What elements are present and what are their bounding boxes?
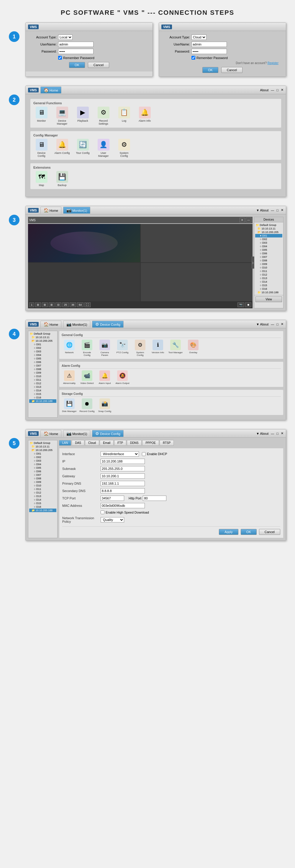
enable-dhcp-checkbox[interactable] xyxy=(142,452,146,456)
tab-monitor-dc[interactable]: 📷Monitor(1) xyxy=(63,321,90,328)
layout-2x2[interactable]: ⊞ xyxy=(35,303,41,307)
monitor-close-btn[interactable]: ✕ xyxy=(239,218,245,222)
secondary-dns-input[interactable] xyxy=(101,488,145,494)
dc-d03[interactable]: ○ D03 xyxy=(29,350,56,353)
close-btn[interactable]: ✕ xyxy=(281,88,284,92)
net-tree-2[interactable]: 📂 10.10.200.205 xyxy=(29,448,56,452)
video-cell-2[interactable] xyxy=(141,224,253,262)
net-cancel-button[interactable]: Cancel xyxy=(259,529,280,535)
cfg-system[interactable]: ⚙ System Config xyxy=(132,340,148,356)
close-btn-dc[interactable]: ✕ xyxy=(281,322,284,326)
layout-64[interactable]: 64 xyxy=(77,303,84,307)
dc-d15[interactable]: ○ D15 xyxy=(29,392,56,396)
net-d09[interactable]: ○ D09 xyxy=(29,480,56,484)
tree-d07[interactable]: ○ D07 xyxy=(255,255,282,259)
dc-tree-188[interactable]: 📁 10.10.200.188 xyxy=(29,399,56,403)
dc-d09[interactable]: ○ D09 xyxy=(29,371,56,374)
close-btn-net[interactable]: ✕ xyxy=(281,432,284,435)
dc-d07[interactable]: ○ D07 xyxy=(29,364,56,367)
tree-d05[interactable]: ○ D05 xyxy=(255,248,282,252)
tree-d16[interactable]: ○ D16 xyxy=(255,287,282,290)
icon-alarm-config[interactable]: 🔔 Alarm Config xyxy=(54,139,70,157)
net-tab-email[interactable]: Email xyxy=(100,440,113,446)
ip-input[interactable] xyxy=(101,459,145,464)
cfg-aoutput[interactable]: 🔕 Alarm Output xyxy=(115,370,130,384)
account-type-select-local[interactable]: Local xyxy=(58,35,72,40)
tab-home-mon[interactable]: 🏠Home xyxy=(40,207,61,214)
net-d01[interactable]: ○ D01 xyxy=(29,452,56,456)
net-tree-default[interactable]: 📁 Default Group xyxy=(29,441,56,445)
username-input-local[interactable] xyxy=(58,42,94,47)
dc-d13[interactable]: ○ D13 xyxy=(29,385,56,389)
cfg-vdetect[interactable]: 📹 Video Detect xyxy=(79,370,95,384)
net-tab-das[interactable]: DAS xyxy=(72,440,85,446)
net-d10[interactable]: ○ D10 xyxy=(29,484,56,487)
icon-device-manager[interactable]: 💻 Device Manager xyxy=(54,106,70,125)
http-port-input[interactable] xyxy=(143,496,166,501)
dc-d12[interactable]: ○ D12 xyxy=(29,381,56,385)
icon-playback[interactable]: ▶ Playback xyxy=(75,106,91,125)
net-d03[interactable]: ○ D03 xyxy=(29,459,56,463)
high-speed-checkbox[interactable] xyxy=(101,510,104,514)
maximize-btn-net[interactable]: □ xyxy=(276,432,278,435)
cfg-snap[interactable]: 📸 Snap Config xyxy=(97,398,112,412)
video-cell-1[interactable] xyxy=(28,224,140,262)
cloud-ok-button[interactable]: OK xyxy=(202,67,218,73)
dc-d14[interactable]: ○ D14 xyxy=(29,389,56,392)
cfg-disk[interactable]: 💾 Disk Manager xyxy=(62,398,77,412)
remember-checkbox-local[interactable] xyxy=(58,56,62,60)
cfg-rconfig[interactable]: ⏺ Record Config xyxy=(79,398,95,412)
net-d06[interactable]: ○ D06 xyxy=(29,470,56,473)
minimize-btn-dc[interactable]: — xyxy=(271,322,274,326)
tcp-port-input[interactable] xyxy=(101,496,124,501)
tab-home[interactable]: 🏠Home xyxy=(40,87,61,93)
tree-d02[interactable]: ○ D02 xyxy=(255,238,282,241)
apply-button[interactable]: Apply xyxy=(219,529,238,535)
cfg-version[interactable]: ℹ Version Info xyxy=(150,340,165,356)
submask-input[interactable] xyxy=(101,466,145,471)
net-d07[interactable]: ○ D07 xyxy=(29,473,56,477)
monitor-snap-btn[interactable]: 📷 xyxy=(237,303,244,307)
icon-system-config[interactable]: ⚙ System Config xyxy=(116,139,132,157)
tree-d10[interactable]: ○ D10 xyxy=(255,266,282,269)
net-d11[interactable]: ○ D11 xyxy=(29,487,56,491)
tree-d04[interactable]: ○ D04 xyxy=(255,245,282,248)
net-tree-188[interactable]: 📁 10.10.200.188 xyxy=(29,508,56,512)
layout-25[interactable]: 25 xyxy=(62,303,69,307)
maximize-btn[interactable]: □ xyxy=(276,88,278,92)
net-tab-cloud[interactable]: Cloud xyxy=(85,440,99,446)
tree-default-group[interactable]: 📁 Default Group xyxy=(255,223,282,227)
icon-device-config[interactable]: 🖥 Device Config xyxy=(33,139,50,157)
dc-tree-1[interactable]: 📁 10.10.13.11 xyxy=(29,336,56,339)
net-ok-button[interactable]: OK xyxy=(241,529,257,535)
tab-device-net[interactable]: ⚙Device Config xyxy=(92,430,123,437)
net-d02[interactable]: ○ D02 xyxy=(29,456,56,459)
layout-4x4[interactable]: ⊞ xyxy=(49,303,55,307)
dc-d10[interactable]: ○ D10 xyxy=(29,374,56,378)
monitor-min-btn[interactable]: — xyxy=(246,218,251,222)
layout-36[interactable]: 36 xyxy=(70,303,76,307)
layout-full[interactable]: ⛶ xyxy=(85,303,91,307)
layout-1x1[interactable]: 1 xyxy=(29,303,34,307)
cfg-network[interactable]: 🌐 Network xyxy=(62,340,77,356)
icon-backup[interactable]: 💾 Backup xyxy=(54,171,70,187)
minimize-btn-mon[interactable]: — xyxy=(271,209,274,212)
dc-tree-default[interactable]: 📁 Default Group xyxy=(29,332,56,336)
layout-custom1[interactable]: ⊟ xyxy=(56,303,61,307)
view-button[interactable]: View xyxy=(256,297,282,302)
video-chevron[interactable]: › xyxy=(251,257,254,269)
tree-d06[interactable]: ○ D06 xyxy=(255,252,282,255)
tree-d13[interactable]: ○ D13 xyxy=(255,276,282,280)
cfg-camera[interactable]: 📷 Camera Param xyxy=(97,340,112,356)
net-tab-pppoe[interactable]: PPPOE xyxy=(142,440,159,446)
mac-input[interactable] xyxy=(101,503,145,508)
net-d13[interactable]: ○ D13 xyxy=(29,494,56,498)
net-d04[interactable]: ○ D04 xyxy=(29,463,56,466)
cfg-abnorm[interactable]: ⚠ Abnormality xyxy=(62,370,77,384)
icon-alarm-info[interactable]: 🔔 Alarm Info xyxy=(137,106,153,125)
maximize-btn-dc[interactable]: □ xyxy=(276,322,278,326)
dc-d16[interactable]: ○ D16 xyxy=(29,396,56,399)
gateway-input[interactable] xyxy=(101,473,145,479)
net-d05[interactable]: ○ D05 xyxy=(29,466,56,470)
tab-monitor-net[interactable]: 📷Monitor(1) xyxy=(63,430,90,437)
